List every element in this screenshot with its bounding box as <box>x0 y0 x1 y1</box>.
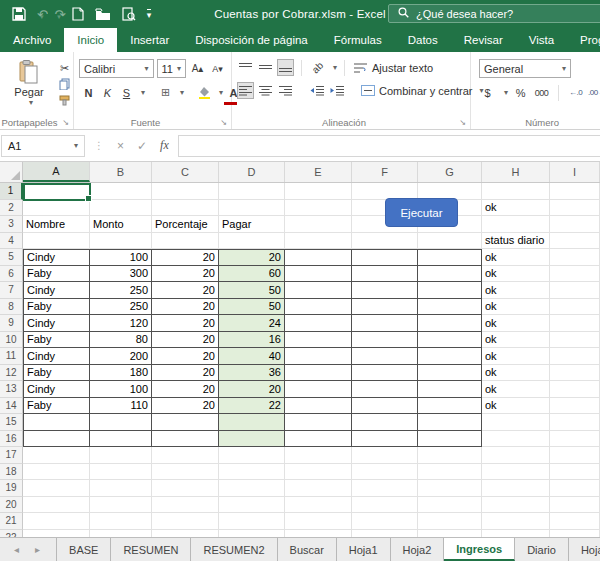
cell-D16[interactable] <box>219 431 285 448</box>
cell-G14[interactable] <box>418 398 482 415</box>
cell-C16[interactable] <box>152 431 219 448</box>
enter-icon[interactable]: ✓ <box>137 139 147 153</box>
sheet-nav-left-icon[interactable]: ◂ <box>14 544 19 555</box>
cell-E11[interactable] <box>285 348 352 365</box>
cell-D3[interactable]: Pagar <box>219 216 285 233</box>
borders-dropdown-icon[interactable]: ▾ <box>180 88 184 97</box>
row-header-2[interactable]: 2 <box>0 200 23 217</box>
cell-A22[interactable] <box>23 530 90 538</box>
cell-G22[interactable] <box>418 530 482 538</box>
sheet-tab-base[interactable]: BASE <box>56 538 111 561</box>
cell-E14[interactable] <box>285 398 352 415</box>
bold-button[interactable]: N <box>80 84 97 101</box>
cell-I7[interactable] <box>550 282 600 299</box>
cell-A4[interactable] <box>23 233 90 250</box>
percent-icon[interactable]: % <box>512 84 529 101</box>
row-header-14[interactable]: 14 <box>0 398 23 415</box>
column-header-I[interactable]: I <box>550 162 600 182</box>
cell-B18[interactable] <box>90 464 152 481</box>
align-center-icon[interactable] <box>257 82 274 99</box>
cell-E18[interactable] <box>285 464 352 481</box>
cell-F12[interactable] <box>352 365 418 382</box>
cell-E6[interactable] <box>285 266 352 283</box>
row-header-9[interactable]: 9 <box>0 315 23 332</box>
cell-A3[interactable]: Nombre <box>23 216 90 233</box>
cell-A21[interactable] <box>23 513 90 530</box>
cell-I16[interactable] <box>550 431 600 448</box>
cell-C6[interactable]: 20 <box>152 266 219 283</box>
cell-I6[interactable] <box>550 266 600 283</box>
column-header-A[interactable]: A <box>23 162 90 182</box>
cell-B16[interactable] <box>90 431 152 448</box>
new-file-icon[interactable] <box>72 7 84 21</box>
decrease-indent-icon[interactable] <box>308 82 325 99</box>
cell-B4[interactable] <box>90 233 152 250</box>
cell-E10[interactable] <box>285 332 352 349</box>
column-header-C[interactable]: C <box>152 162 219 182</box>
insert-function-icon[interactable]: fx <box>160 138 169 153</box>
cell-H7[interactable]: ok <box>482 282 550 299</box>
cell-G9[interactable] <box>418 315 482 332</box>
cell-I2[interactable] <box>550 200 600 217</box>
cell-B6[interactable]: 300 <box>90 266 152 283</box>
cell-H15[interactable] <box>482 414 550 431</box>
cell-F4[interactable] <box>352 233 418 250</box>
cell-F7[interactable] <box>352 282 418 299</box>
redo-icon[interactable]: ↷▾ <box>54 7 60 22</box>
cell-G6[interactable] <box>418 266 482 283</box>
name-box[interactable]: A1 ▾ <box>1 135 85 157</box>
cell-G17[interactable] <box>418 447 482 464</box>
align-right-icon[interactable] <box>277 82 294 99</box>
cell-G4[interactable] <box>418 233 482 250</box>
cell-E17[interactable] <box>285 447 352 464</box>
cell-E13[interactable] <box>285 381 352 398</box>
row-header-21[interactable]: 21 <box>0 513 23 530</box>
cell-C4[interactable] <box>152 233 219 250</box>
cell-C18[interactable] <box>152 464 219 481</box>
row-header-4[interactable]: 4 <box>0 233 23 250</box>
cell-B17[interactable] <box>90 447 152 464</box>
align-top-icon[interactable] <box>237 59 254 76</box>
align-bottom-icon[interactable] <box>277 59 294 76</box>
cell-G12[interactable] <box>418 365 482 382</box>
align-middle-icon[interactable] <box>257 59 274 76</box>
cell-I9[interactable] <box>550 315 600 332</box>
cell-C10[interactable]: 20 <box>152 332 219 349</box>
cell-D7[interactable]: 50 <box>219 282 285 299</box>
paste-dropdown-icon[interactable]: ▾ <box>29 98 33 107</box>
font-size-select[interactable]: 11▾ <box>157 59 186 78</box>
cell-D8[interactable]: 50 <box>219 299 285 316</box>
cell-G15[interactable] <box>418 414 482 431</box>
cell-H21[interactable] <box>482 513 550 530</box>
column-header-H[interactable]: H <box>482 162 550 182</box>
cell-D17[interactable] <box>219 447 285 464</box>
orientation-icon[interactable]: ab <box>309 59 326 76</box>
cell-F8[interactable] <box>352 299 418 316</box>
cell-B2[interactable] <box>90 200 152 217</box>
cell-H17[interactable] <box>482 447 550 464</box>
cell-H9[interactable]: ok <box>482 315 550 332</box>
cell-B14[interactable]: 110 <box>90 398 152 415</box>
cell-C20[interactable] <box>152 497 219 514</box>
ribbon-tab-programador[interactable]: Programador <box>567 28 600 52</box>
cell-A18[interactable] <box>23 464 90 481</box>
cell-C7[interactable]: 20 <box>152 282 219 299</box>
ribbon-tab-disposici-n-de-p-gina[interactable]: Disposición de página <box>182 28 321 52</box>
row-header-5[interactable]: 5 <box>0 249 23 266</box>
cell-F5[interactable] <box>352 249 418 266</box>
cell-C14[interactable]: 20 <box>152 398 219 415</box>
cell-D5[interactable]: 20 <box>219 249 285 266</box>
cell-C5[interactable]: 20 <box>152 249 219 266</box>
cell-E19[interactable] <box>285 480 352 497</box>
cell-E20[interactable] <box>285 497 352 514</box>
cell-E21[interactable] <box>285 513 352 530</box>
row-header-18[interactable]: 18 <box>0 464 23 481</box>
cell-E2[interactable] <box>285 200 352 217</box>
shrink-font-icon[interactable]: A▾ <box>209 60 226 77</box>
print-preview-icon[interactable] <box>122 7 136 21</box>
merge-center-button[interactable]: Combinar y centrar <box>379 85 473 97</box>
ejecutar-button[interactable]: Ejecutar <box>385 198 458 227</box>
cell-I13[interactable] <box>550 381 600 398</box>
cell-C2[interactable] <box>152 200 219 217</box>
cell-H6[interactable]: ok <box>482 266 550 283</box>
